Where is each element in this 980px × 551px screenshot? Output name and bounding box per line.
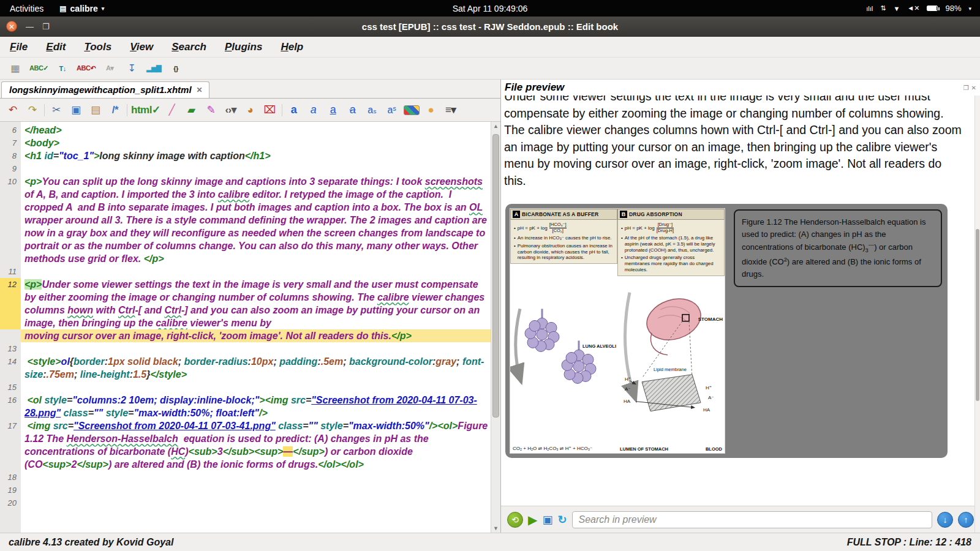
- panel-b-frac-den: [Drug-H]: [657, 228, 674, 234]
- tab-xhtml-file[interactable]: longskinnyimagewithcaption_split1.xhtml …: [1, 81, 209, 98]
- code-row[interactable]: 10<p>You can split up the long skinny im…: [0, 175, 491, 265]
- letter-a-menu-icon[interactable]: A▾: [102, 61, 118, 77]
- stomach-label: STOMACH: [698, 316, 723, 321]
- code-text: [21, 471, 491, 484]
- window-title-bar: ✕ — ❐ css test [EPUB] :: css test - RJW …: [0, 17, 980, 37]
- maximize-window-button[interactable]: ❐: [42, 22, 50, 31]
- play-icon[interactable]: ▶: [528, 512, 537, 527]
- color-wheel-icon[interactable]: ◕: [243, 102, 258, 118]
- previous-match-icon[interactable]: ↑: [958, 512, 974, 528]
- grid-icon[interactable]: ▦: [7, 61, 23, 77]
- next-match-icon[interactable]: ↓: [937, 512, 953, 528]
- code-row[interactable]: 8<h1 id="toc_1">long skinny image with c…: [0, 149, 491, 162]
- preview-scrollbar[interactable]: [974, 80, 980, 533]
- code-row[interactable]: 7<body>: [0, 137, 491, 149]
- trash-icon[interactable]: ⌧: [262, 102, 278, 118]
- scroll-up-icon[interactable]: ▲: [493, 122, 499, 130]
- cut-icon[interactable]: ✂: [48, 102, 64, 118]
- green-book-icon[interactable]: ▰: [184, 102, 200, 118]
- code-row[interactable]: 12<p>Under some viewer settings the text…: [0, 278, 491, 329]
- superscript-icon[interactable]: aˢ: [384, 102, 400, 118]
- italic-a-icon[interactable]: a: [306, 102, 322, 118]
- preview-content[interactable]: Under some viewer settings the text in t…: [501, 96, 980, 506]
- code-row[interactable]: moving cursor over an image, right-click…: [0, 329, 491, 342]
- menu-edit[interactable]: Edit: [46, 41, 66, 53]
- code-row[interactable]: 18: [0, 471, 491, 484]
- spellcheck-icon[interactable]: ABC✓: [29, 61, 48, 77]
- close-panel-icon[interactable]: ✕: [971, 84, 976, 91]
- code-row[interactable]: 13: [0, 342, 491, 355]
- line-number: 7: [0, 137, 21, 149]
- subscript-icon[interactable]: aₛ: [364, 102, 380, 118]
- menu-file[interactable]: File: [10, 41, 28, 53]
- reload-icon[interactable]: ↻: [557, 513, 567, 527]
- menu-view[interactable]: View: [130, 41, 153, 53]
- strikethrough-a-icon[interactable]: a: [345, 102, 361, 118]
- code-row[interactable]: 17 <img src="Screenshot from 2020-04-11 …: [0, 419, 491, 471]
- window-title: css test [EPUB] :: css test - RJW Seddon…: [362, 21, 618, 32]
- download-arrow-icon[interactable]: ↧: [124, 61, 140, 77]
- code-text: </head>: [21, 124, 491, 137]
- menu-search[interactable]: Search: [172, 41, 206, 53]
- save-icon[interactable]: ▣: [542, 513, 552, 527]
- line-number: 11: [0, 265, 21, 278]
- code-row[interactable]: 14 <style>ol{border:1px solid black; bor…: [0, 355, 491, 381]
- comment-icon[interactable]: /*: [107, 102, 123, 118]
- bold-a-icon[interactable]: a: [286, 102, 302, 118]
- redo-icon[interactable]: ↷: [24, 102, 40, 118]
- code-text: <p>Under some viewer settings the text i…: [21, 278, 491, 329]
- clock[interactable]: Sat Apr 11 09:49:06: [453, 4, 528, 13]
- search-input[interactable]: [572, 511, 933, 528]
- menu-plugins[interactable]: Plugins: [225, 41, 262, 53]
- code-row[interactable]: 20: [0, 497, 491, 509]
- code-tags-icon[interactable]: ‹›▾: [223, 102, 239, 118]
- float-panel-icon[interactable]: ❐: [963, 84, 969, 91]
- background-color-icon[interactable]: ●: [423, 102, 439, 118]
- pink-slash-icon[interactable]: ╱: [164, 102, 180, 118]
- code-text: <p>You can split up the long skinny imag…: [21, 175, 491, 265]
- underline-a-icon[interactable]: a: [325, 102, 341, 118]
- align-menu-icon[interactable]: ≡▾: [443, 102, 459, 118]
- text-down-arrow-icon[interactable]: T↓: [55, 61, 70, 77]
- menu-tools[interactable]: Tools: [84, 41, 111, 53]
- code-row[interactable]: 9: [0, 162, 491, 175]
- beautify-pen-icon[interactable]: ✎: [203, 102, 219, 118]
- activities-button[interactable]: Activities: [0, 4, 53, 13]
- code-row[interactable]: 6</head>: [0, 124, 491, 137]
- text-color-icon[interactable]: [404, 105, 420, 115]
- system-monitor-icon[interactable]: ılıl: [866, 5, 873, 12]
- copy-icon[interactable]: ▣: [68, 102, 84, 118]
- volume-muted-icon[interactable]: ◄✕: [907, 4, 919, 12]
- network-icon[interactable]: ▼: [893, 5, 900, 12]
- stomach-membrane-illustration: Lipid membrane STOMACH H⁺ A⁻ HA H⁺ A⁻ HA: [617, 276, 724, 446]
- scroll-down-icon[interactable]: ▼: [493, 524, 499, 533]
- braces-icon[interactable]: {}: [168, 61, 184, 77]
- calibre-icon: ▤: [59, 4, 66, 13]
- code-row[interactable]: 11: [0, 265, 491, 278]
- code-editor[interactable]: 6</head>7<body>8<h1 id="toc_1">long skin…: [0, 122, 500, 533]
- paste-icon[interactable]: ▤: [88, 102, 104, 118]
- app-menu[interactable]: ▤ calibre ▾: [53, 4, 110, 13]
- code-row[interactable]: 16 <ol style="columns:2 10em; display:in…: [0, 394, 491, 419]
- minimize-window-button[interactable]: —: [26, 22, 34, 31]
- input-source-icon[interactable]: ⇅: [880, 4, 886, 12]
- scrollbar-thumb[interactable]: [492, 134, 499, 418]
- line-number: 20: [0, 497, 21, 509]
- code-row[interactable]: 15: [0, 381, 491, 394]
- membrane-mark: HA: [624, 398, 631, 403]
- undo-icon[interactable]: ↶: [5, 102, 21, 118]
- refresh-preview-icon[interactable]: ⟲: [507, 512, 523, 528]
- chevron-down-icon[interactable]: ▾: [968, 6, 971, 12]
- code-text: <img src="Screenshot from 2020-04-11 07-…: [21, 419, 491, 471]
- code-row[interactable]: 19: [0, 484, 491, 497]
- html-check-icon[interactable]: html✓: [131, 102, 160, 118]
- editor-scrollbar[interactable]: ▲ ▼: [491, 122, 500, 533]
- tab-close-icon[interactable]: ✕: [197, 86, 203, 94]
- scrollbar-thumb[interactable]: [976, 229, 979, 401]
- line-number: 17: [0, 419, 21, 471]
- menu-help[interactable]: Help: [281, 41, 303, 53]
- membrane-mark: H⁺: [706, 384, 712, 390]
- bar-chart-icon[interactable]: ▂▅▇: [146, 61, 162, 77]
- text-replace-icon[interactable]: ABC↶: [77, 61, 96, 77]
- close-window-button[interactable]: ✕: [6, 21, 17, 32]
